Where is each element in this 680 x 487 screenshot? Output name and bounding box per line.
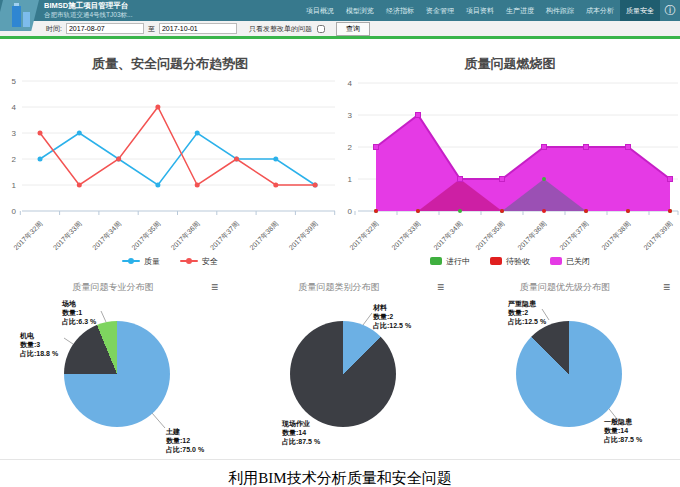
legend-item-in-progress[interactable]: 进行中 bbox=[430, 256, 470, 267]
app-header: BIMSD施工项目管理平台 合肥市轨道交通4号线TJ03标... 项目概况 模型… bbox=[0, 0, 680, 21]
svg-text:1: 1 bbox=[12, 181, 17, 190]
time-label: 时间: bbox=[46, 24, 62, 34]
trend-chart-title: 质量、安全问题分布趋势图 bbox=[0, 42, 340, 75]
quality-line-marker bbox=[122, 257, 140, 265]
tab-economic-indicators[interactable]: 经济指标 bbox=[380, 0, 420, 21]
trend-chart-panel: 质量、安全问题分布趋势图 0123452017年32周2017年33周2017年… bbox=[0, 42, 340, 269]
pie-charts-row: 质量问题专业分布图 ≡ 场地 数量:1 占比:6.3 % 机电 数量:3 占比:… bbox=[0, 269, 680, 460]
svg-text:2017年39周: 2017年39周 bbox=[287, 220, 318, 251]
tab-project-overview[interactable]: 项目概况 bbox=[300, 0, 340, 21]
app-titles: BIMSD施工项目管理平台 合肥市轨道交通4号线TJ03标... bbox=[44, 0, 132, 21]
pie-label-civil: 土建 数量:12 占比:75.0 % bbox=[166, 427, 204, 454]
pie-category-chart[interactable] bbox=[290, 321, 396, 427]
svg-text:2017年35周: 2017年35周 bbox=[130, 220, 161, 251]
svg-text:2017年36周: 2017年36周 bbox=[516, 220, 547, 251]
start-date-input[interactable] bbox=[66, 23, 144, 34]
tab-cost-analysis[interactable]: 成本分析 bbox=[580, 0, 620, 21]
burndown-chart-panel: 质量问题燃烧图 012342017年32周2017年33周2017年34周201… bbox=[340, 42, 680, 269]
svg-text:4: 4 bbox=[348, 79, 353, 88]
svg-text:2017年33周: 2017年33周 bbox=[390, 220, 421, 251]
filter-bar: 时间: 至 只看发整改单的问题 查询 bbox=[0, 21, 680, 36]
pie-panel-specialty: 质量问题专业分布图 ≡ 场地 数量:1 占比:6.3 % 机电 数量:3 占比:… bbox=[0, 281, 226, 459]
burndown-legend: 进行中 待验收 已关闭 bbox=[340, 253, 680, 269]
pie-label-site: 场地 数量:1 占比:6.3 % bbox=[62, 299, 96, 326]
legend-item-quality[interactable]: 质量 bbox=[122, 256, 160, 267]
pie-label-material: 材料 数量:2 占比:12.5 % bbox=[373, 303, 411, 330]
legend-item-closed[interactable]: 已关闭 bbox=[550, 256, 590, 267]
svg-text:2017年37周: 2017年37周 bbox=[558, 220, 589, 251]
tab-project-documents[interactable]: 项目资料 bbox=[460, 0, 500, 21]
pie-label-site-work: 现场作业 数量:14 占比:87.5 % bbox=[282, 419, 320, 446]
main-nav: 项目概况 模型浏览 经济指标 资金管理 项目资料 生产进度 构件跟踪 成本分析 … bbox=[300, 0, 680, 21]
pie-panel-category: 质量问题类别分布图 ≡ 材料 数量:2 占比:12.5 % 现场作业 数量:14… bbox=[226, 281, 452, 459]
svg-text:3: 3 bbox=[348, 111, 353, 120]
pie-panel-priority: 质量问题优先级分布图 ≡ 严重隐患 数量:2 占比:12.5 % 一般隐患 数量… bbox=[452, 281, 678, 459]
logo-building-icon bbox=[11, 3, 33, 29]
svg-text:1: 1 bbox=[348, 175, 353, 184]
rectification-only-checkbox[interactable] bbox=[317, 25, 325, 33]
svg-text:2017年37周: 2017年37周 bbox=[209, 220, 240, 251]
rectification-only-label: 只看发整改单的问题 bbox=[249, 24, 312, 34]
tab-fund-management[interactable]: 资金管理 bbox=[420, 0, 460, 21]
pie-label-mep: 机电 数量:3 占比:18.8 % bbox=[20, 331, 58, 358]
burndown-chart-title: 质量问题燃烧图 bbox=[340, 42, 680, 75]
svg-text:2017年39周: 2017年39周 bbox=[642, 220, 673, 251]
closed-swatch bbox=[550, 257, 562, 265]
svg-text:2017年38周: 2017年38周 bbox=[248, 220, 279, 251]
app-subtitle: 合肥市轨道交通4号线TJ03标... bbox=[44, 11, 132, 18]
svg-text:2017年32周: 2017年32周 bbox=[12, 220, 43, 251]
burndown-chart-plot[interactable]: 012342017年32周2017年33周2017年34周2017年35周201… bbox=[340, 75, 680, 253]
svg-text:2017年34周: 2017年34周 bbox=[432, 220, 463, 251]
info-icon[interactable]: ⓘ bbox=[660, 0, 680, 21]
to-label: 至 bbox=[148, 24, 155, 34]
pie-priority-chart[interactable] bbox=[516, 321, 622, 427]
svg-text:4: 4 bbox=[12, 103, 17, 112]
svg-text:0: 0 bbox=[348, 207, 353, 216]
svg-text:0: 0 bbox=[12, 207, 17, 216]
pie-specialty-title: 质量问题专业分布图 bbox=[0, 281, 226, 294]
end-date-input[interactable] bbox=[159, 23, 237, 34]
pie-specialty-chart[interactable] bbox=[64, 321, 170, 427]
menu-icon[interactable]: ≡ bbox=[663, 281, 670, 293]
app-title: BIMSD施工项目管理平台 bbox=[44, 2, 132, 11]
svg-text:2017年35周: 2017年35周 bbox=[474, 220, 505, 251]
trend-legend: 质量 安全 bbox=[0, 253, 340, 269]
menu-icon[interactable]: ≡ bbox=[437, 281, 444, 293]
in-progress-swatch bbox=[430, 257, 442, 265]
pie-label-general-hazard: 一般隐患 数量:14 占比:87.5 % bbox=[604, 417, 642, 444]
pending-acceptance-swatch bbox=[490, 257, 502, 265]
svg-text:3: 3 bbox=[12, 129, 17, 138]
legend-item-safety[interactable]: 安全 bbox=[180, 256, 218, 267]
legend-item-pending-acceptance[interactable]: 待验收 bbox=[490, 256, 530, 267]
tab-quality-safety[interactable]: 质量安全 bbox=[620, 0, 660, 21]
svg-text:2017年38周: 2017年38周 bbox=[600, 220, 631, 251]
dashboard-screen: BIMSD施工项目管理平台 合肥市轨道交通4号线TJ03标... 项目概况 模型… bbox=[0, 0, 680, 487]
svg-text:2: 2 bbox=[12, 155, 17, 164]
pie-label-serious-hazard: 严重隐患 数量:2 占比:12.5 % bbox=[508, 299, 546, 326]
top-charts-row: 质量、安全问题分布趋势图 0123452017年32周2017年33周2017年… bbox=[0, 39, 680, 269]
svg-text:2017年36周: 2017年36周 bbox=[170, 220, 201, 251]
svg-text:2017年34周: 2017年34周 bbox=[91, 220, 122, 251]
svg-text:2: 2 bbox=[348, 143, 353, 152]
safety-line-marker bbox=[180, 257, 198, 265]
figure-caption: 利用BIM技术分析质量和安全问题 bbox=[0, 460, 680, 487]
svg-text:2017年32周: 2017年32周 bbox=[348, 220, 379, 251]
query-button[interactable]: 查询 bbox=[336, 22, 370, 36]
pie-category-title: 质量问题类别分布图 bbox=[226, 281, 452, 294]
svg-text:2017年33周: 2017年33周 bbox=[52, 220, 83, 251]
pie-priority-title: 质量问题优先级分布图 bbox=[452, 281, 678, 294]
tab-model-browse[interactable]: 模型浏览 bbox=[340, 0, 380, 21]
tab-production-progress[interactable]: 生产进度 bbox=[500, 0, 540, 21]
svg-text:5: 5 bbox=[12, 77, 17, 86]
tab-component-tracking[interactable]: 构件跟踪 bbox=[540, 0, 580, 21]
menu-icon[interactable]: ≡ bbox=[211, 281, 218, 293]
trend-chart-plot[interactable]: 0123452017年32周2017年33周2017年34周2017年35周20… bbox=[0, 75, 340, 253]
